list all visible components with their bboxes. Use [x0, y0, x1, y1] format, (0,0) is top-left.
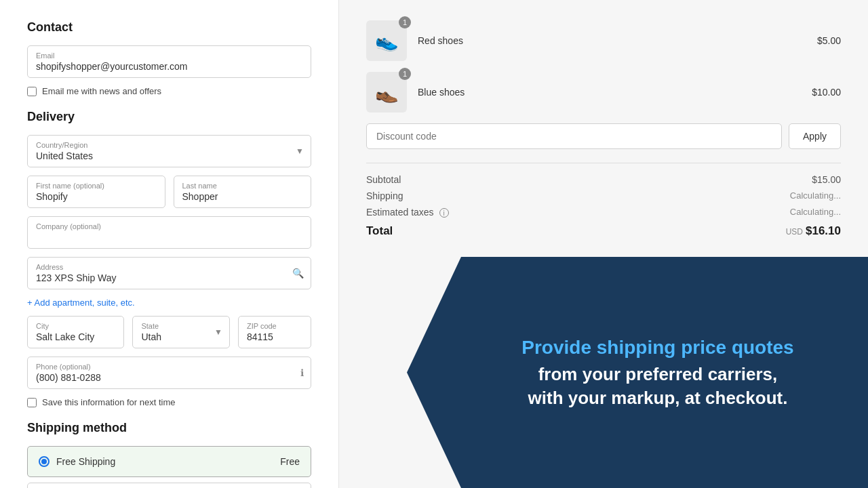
shipping-method-title: Shipping method — [27, 421, 311, 435]
total-value: $16.10 — [806, 224, 841, 238]
search-icon: 🔍 — [292, 268, 304, 279]
last-name-label: Last name — [174, 176, 311, 190]
state-label: State — [133, 317, 229, 330]
phone-input[interactable] — [28, 371, 311, 388]
city-label: City — [28, 317, 123, 330]
product-badge-1: 1 — [399, 16, 411, 28]
shipping-value: Calculating... — [790, 190, 841, 201]
shipping-row: Shipping Calculating... — [366, 190, 841, 201]
phone-wrapper: Phone (optional) ℹ — [27, 357, 311, 389]
zip-wrapper: ZIP code — [238, 316, 311, 348]
apply-button[interactable]: Apply — [789, 123, 841, 149]
save-info-checkbox[interactable] — [27, 398, 37, 407]
checkout-form: Contact Email Email me with news and off… — [0, 0, 339, 488]
total-currency: USD — [786, 227, 803, 237]
add-suite-link[interactable]: + Add apartment, suite, etc. — [27, 298, 311, 308]
taxes-row: Estimated taxes i Calculating... — [366, 207, 841, 218]
radio-free — [39, 456, 50, 467]
company-input[interactable] — [28, 230, 311, 248]
total-amount: USD $16.10 — [786, 224, 841, 238]
last-name-wrapper: Last name — [174, 176, 312, 208]
shipping-free-price: Free — [280, 456, 300, 467]
contact-title: Contact — [27, 20, 311, 35]
state-wrapper: State Utah ▼ — [132, 316, 229, 348]
newsletter-checkbox[interactable] — [27, 87, 37, 96]
totals-section: Subtotal $15.00 Shipping Calculating... … — [366, 163, 841, 238]
country-select[interactable]: United States — [28, 149, 311, 167]
banner-line1: Provide shipping price quotes — [521, 337, 793, 359]
discount-input[interactable] — [366, 123, 782, 149]
product-name-1: Red shoes — [418, 35, 817, 46]
order-panel: 👟 1 Red shoes $5.00 👞 1 Blue shoes $10.0… — [339, 0, 868, 488]
last-name-input[interactable] — [174, 190, 311, 207]
taxes-info-icon[interactable]: i — [439, 208, 449, 218]
shipping-label: Shipping — [366, 190, 403, 201]
email-field-wrapper: Email — [27, 45, 311, 78]
info-icon: ℹ — [300, 367, 304, 378]
product-item-blue-shoes: 👞 1 Blue shoes $10.00 — [366, 72, 841, 113]
zip-label: ZIP code — [239, 317, 311, 330]
subtotal-value: $15.00 — [812, 174, 841, 185]
shipping-option-2day[interactable]: 2 Day Shipping $10.00 — [27, 483, 311, 488]
first-name-input[interactable] — [28, 190, 165, 207]
zip-input[interactable] — [239, 330, 311, 348]
product-name-2: Blue shoes — [418, 87, 812, 98]
product-image-wrap-1: 👟 1 — [366, 20, 407, 61]
order-summary: 👟 1 Red shoes $5.00 👞 1 Blue shoes $10.0… — [339, 0, 868, 257]
product-badge-2: 1 — [399, 68, 411, 80]
first-name-wrapper: First name (optional) — [27, 176, 165, 208]
discount-row: Apply — [366, 123, 841, 149]
phone-label: Phone (optional) — [28, 357, 311, 371]
banner-line2: from your preferred carriers, — [521, 364, 793, 385]
subtotal-row: Subtotal $15.00 — [366, 174, 841, 185]
city-input[interactable] — [28, 330, 123, 348]
company-label: Company (optional) — [28, 217, 311, 230]
banner-text: Provide shipping price quotes from your … — [440, 323, 834, 422]
shipping-free-label: Free Shipping — [56, 456, 273, 467]
address-wrapper: Address 🔍 — [27, 257, 311, 289]
product-item-red-shoes: 👟 1 Red shoes $5.00 — [366, 20, 841, 61]
save-info-label: Save this information for next time — [42, 397, 176, 407]
subtotal-label: Subtotal — [366, 174, 401, 185]
company-wrapper: Company (optional) — [27, 216, 311, 249]
country-select-wrapper: Country/Region United States ▼ — [27, 135, 311, 167]
address-input[interactable] — [28, 271, 311, 289]
first-name-label: First name (optional) — [28, 176, 165, 190]
state-select[interactable]: Utah — [133, 330, 229, 348]
city-wrapper: City — [27, 316, 124, 348]
product-price-1: $5.00 — [817, 35, 841, 46]
address-label: Address — [28, 258, 311, 271]
country-label: Country/Region — [28, 136, 311, 149]
total-row: Total USD $16.10 — [366, 224, 841, 238]
product-price-2: $10.00 — [812, 87, 841, 98]
newsletter-row: Email me with news and offers — [27, 86, 311, 96]
taxes-label: Estimated taxes i — [366, 207, 449, 218]
banner-shape: Provide shipping price quotes from your … — [407, 257, 868, 488]
shipping-option-free[interactable]: Free Shipping Free — [27, 446, 311, 477]
promo-banner: Provide shipping price quotes from your … — [339, 257, 868, 488]
email-label: Email — [28, 46, 311, 60]
total-label: Total — [366, 224, 393, 238]
taxes-value: Calculating... — [790, 207, 841, 218]
product-image-wrap-2: 👞 1 — [366, 72, 407, 113]
email-input[interactable] — [28, 60, 311, 77]
banner-line3: with your markup, at checkout. — [521, 388, 793, 409]
newsletter-label: Email me with news and offers — [42, 86, 161, 96]
delivery-title: Delivery — [27, 110, 311, 124]
